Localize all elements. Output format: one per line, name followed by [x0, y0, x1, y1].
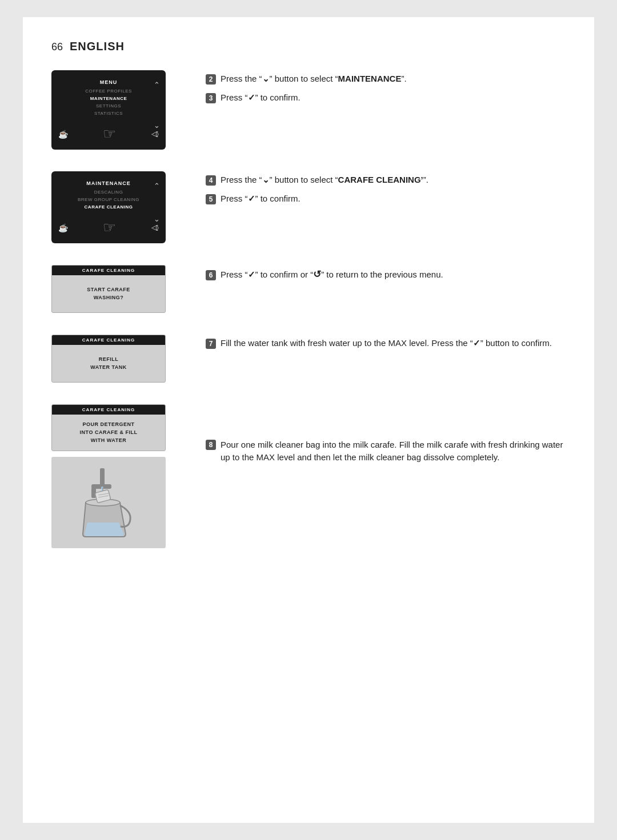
instruction-step-7: 7 Fill the water tank with fresh water u… — [206, 337, 566, 350]
instruction-step-6: 6 Press “✓” to confirm or “↺” to return … — [206, 267, 566, 282]
instruction-step-2: 2 Press the “⌄” button to select “MAINTE… — [206, 73, 566, 86]
step-num-7: 7 — [206, 339, 216, 349]
step-2-bold: MAINTENANCE — [338, 74, 402, 83]
device-screen-1: MENU COFFEE PROFILES MAINTENANCE SETTING… — [51, 70, 166, 150]
right-content-1: 2 Press the “⌄” button to select “MAINTE… — [206, 70, 566, 110]
menu-title-2: MAINTENANCE — [58, 180, 159, 186]
small-screen-3: CARAFE CLEANING POUR DETERGENTINTO CARAF… — [51, 404, 166, 451]
step-7-text: Fill the water tank with fresh water up … — [221, 337, 552, 350]
right-content-2: 4 Press the “⌄” button to select “CARAFE… — [206, 171, 566, 211]
small-screen-body-2: REFILLWATER TANK — [52, 345, 165, 382]
small-screen-body-3: POUR DETERGENTINTO CARAFE & FILLWITH WAT… — [52, 415, 165, 451]
small-screen-text-2: REFILLWATER TANK — [58, 355, 159, 372]
device-controls-1: ☕ ☞ ⏿ — [56, 125, 161, 143]
hand-icon-1: ☞ — [103, 125, 116, 143]
step-4-bold: CARAFE CLEANING’ — [338, 175, 423, 184]
power-icon-2: ⏿ — [151, 223, 159, 232]
small-screen-2: CARAFE CLEANING REFILLWATER TANK — [51, 335, 166, 383]
section-8: CARAFE CLEANING POUR DETERGENTINTO CARAF… — [51, 404, 566, 548]
step-num-6: 6 — [206, 270, 216, 280]
small-screen-header-1: CARAFE CLEANING — [52, 266, 165, 275]
svg-rect-0 — [100, 468, 105, 485]
menu-item-carafe-cleaning: CARAFE CLEANING — [58, 203, 159, 211]
menu-item-statistics: STATISTICS — [58, 110, 159, 117]
step-6-text: Press “✓” to confirm or “↺” to return to… — [221, 267, 443, 282]
chevron-down-icon-1: ⌄ — [154, 121, 160, 130]
cup-icon-2: ☕ — [58, 223, 68, 232]
page-number: 66 — [51, 41, 63, 53]
instruction-step-4: 4 Press the “⌄” button to select “CARAFE… — [206, 174, 566, 187]
device-screen-2: MAINTENANCE DESCALING BREW GROUP CLEANIN… — [51, 171, 166, 243]
right-content-3: 6 Press “✓” to confirm or “↺” to return … — [206, 265, 566, 288]
screen-inner-1: MENU COFFEE PROFILES MAINTENANCE SETTING… — [56, 76, 161, 120]
small-screen-header-2: CARAFE CLEANING — [52, 335, 165, 345]
step-num-5: 5 — [206, 194, 216, 204]
section-7: CARAFE CLEANING REFILLWATER TANK 7 Fill … — [51, 335, 566, 383]
menu-title-1: MENU — [58, 79, 159, 85]
menu-item-descaling: DESCALING — [58, 188, 159, 196]
left-panel-1: MENU COFFEE PROFILES MAINTENANCE SETTING… — [51, 70, 183, 150]
instruction-step-8: 8 Pour one milk cleaner bag into the mil… — [206, 439, 566, 464]
left-panel-2: MAINTENANCE DESCALING BREW GROUP CLEANIN… — [51, 171, 183, 243]
section-2-3: MENU COFFEE PROFILES MAINTENANCE SETTING… — [51, 70, 566, 150]
section-6: CARAFE CLEANING START CARAFEWASHING? 6 P… — [51, 265, 566, 313]
screen-inner-2: MAINTENANCE DESCALING BREW GROUP CLEANIN… — [56, 177, 161, 214]
right-content-4: 7 Fill the water tank with fresh water u… — [206, 335, 566, 356]
menu-item-maintenance: MAINTENANCE — [58, 95, 159, 102]
section-4-5: MAINTENANCE DESCALING BREW GROUP CLEANIN… — [51, 171, 566, 243]
small-screen-1: CARAFE CLEANING START CARAFEWASHING? — [51, 265, 166, 313]
small-screen-text-3: POUR DETERGENTINTO CARAFE & FILLWITH WAT… — [58, 420, 159, 445]
device-controls-2: ☕ ☞ ⏿ — [56, 219, 161, 236]
page: 66 ENGLISH MENU COFFEE PROFILES MAINTENA… — [23, 17, 594, 823]
step-5-text: Press “✓” to confirm. — [221, 192, 301, 206]
left-panel-4: CARAFE CLEANING REFILLWATER TANK — [51, 335, 183, 383]
step-2-text: Press the “⌄” button to select “MAINTENA… — [221, 73, 407, 86]
step-num-8: 8 — [206, 440, 216, 450]
right-content-5: 8 Pour one milk cleaner bag into the mil… — [206, 404, 566, 470]
instruction-step-5: 5 Press “✓” to confirm. — [206, 192, 566, 206]
hand-icon-2: ☞ — [103, 219, 116, 236]
menu-item-brew-group: BREW GROUP CLEANING — [58, 196, 159, 203]
power-icon-1: ⏿ — [151, 130, 159, 139]
step-4-text: Press the “⌄” button to select “CARAFE C… — [221, 174, 428, 187]
illustration-carafe — [51, 457, 166, 548]
instruction-step-3: 3 Press “✓” to confirm. — [206, 91, 566, 105]
small-screen-header-3: CARAFE CLEANING — [52, 405, 165, 415]
step-8-text: Pour one milk cleaner bag into the milk … — [221, 439, 566, 464]
step-3-text: Press “✓” to confirm. — [221, 91, 301, 105]
menu-item-settings: SETTINGS — [58, 102, 159, 110]
small-screen-text-1: START CARAFEWASHING? — [58, 286, 159, 302]
page-header: 66 ENGLISH — [51, 40, 566, 53]
cup-icon-1: ☕ — [58, 130, 68, 139]
menu-item-coffee-profiles: COFFEE PROFILES — [58, 87, 159, 95]
chevron-down-icon-2: ⌄ — [154, 215, 160, 223]
step-num-3: 3 — [206, 93, 216, 103]
chevron-up-icon-1: ⌃ — [154, 81, 160, 89]
step-num-2: 2 — [206, 74, 216, 85]
chevron-up-icon-2: ⌃ — [154, 182, 160, 190]
left-panel-3: CARAFE CLEANING START CARAFEWASHING? — [51, 265, 183, 313]
step-num-4: 4 — [206, 175, 216, 186]
left-panel-5: CARAFE CLEANING POUR DETERGENTINTO CARAF… — [51, 404, 183, 548]
small-screen-body-1: START CARAFEWASHING? — [52, 275, 165, 312]
carafe-svg — [69, 463, 149, 542]
page-title: ENGLISH — [70, 40, 125, 53]
